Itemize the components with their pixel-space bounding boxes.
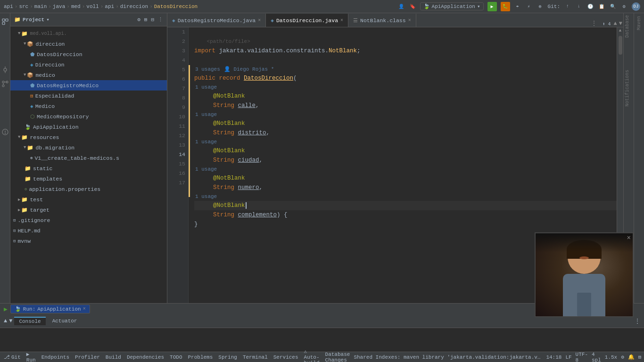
settings-icon[interactable]: ⚙ — [620, 3, 628, 10]
layout-icon[interactable]: ⊞ — [638, 354, 642, 360]
close-tab-icon[interactable]: × — [408, 18, 411, 23]
issues-icon[interactable] — [0, 127, 10, 137]
scroll-thumb[interactable] — [619, 36, 622, 55]
services-status[interactable]: Services — [273, 354, 298, 360]
todo-status[interactable]: TODO — [170, 354, 182, 360]
tree-item-datosregistromedico[interactable]: ⬟ DatosRegistroMedico — [10, 80, 167, 90]
tree-item-gitignore[interactable]: ⊡ .gitignore — [10, 215, 167, 225]
tree-item-direccionclass[interactable]: ◈ Direccion — [10, 59, 167, 70]
up-arrow-btn[interactable]: ▲ — [4, 318, 7, 324]
tree-item-datosdireccion[interactable]: ⬟ DatosDireccion — [10, 49, 167, 59]
tree-item-medicosrc[interactable]: ▼ 📁 med.voll.api. — [10, 28, 167, 39]
project-icon[interactable] — [0, 17, 10, 26]
settings-icon[interactable]: ⚙ — [137, 16, 140, 23]
coverage-icon[interactable]: ☂ — [514, 3, 521, 10]
endpoints-status[interactable]: Endpoints — [41, 354, 69, 360]
console-tab-actuator[interactable]: Actuator — [48, 317, 82, 325]
tree-item-templates[interactable]: 📁 templates — [10, 173, 167, 184]
collapse-icon[interactable]: ⊟ — [151, 16, 154, 23]
profiler-icon[interactable]: ⚡ — [525, 3, 533, 10]
more-icon[interactable]: ⋮ — [635, 318, 640, 325]
breadcrumb-med[interactable]: med — [71, 4, 81, 9]
bookmark-icon[interactable]: 🔖 — [409, 3, 416, 10]
top-bar-actions: 👤 🔖 🍃 ApiApplication ▾ ▶ 🐛 ☂ ⚡ ⊕ Git: ↑ … — [397, 2, 640, 11]
breadcrumb-api2[interactable]: api — [105, 4, 114, 9]
breadcrumb-main[interactable]: main — [34, 4, 47, 9]
tree-item-helpmd[interactable]: ⊡ HELP.md — [10, 225, 167, 236]
tree-item-medicoclass[interactable]: ◈ Medico — [10, 101, 167, 111]
db-changes-status[interactable]: Database Changes — [325, 352, 350, 362]
tree-item-resources[interactable]: ▼ 📁 resources — [10, 132, 167, 142]
console-area: ▲ ▼ Console Actuator ⋮ — [0, 315, 644, 352]
nav-down-icon[interactable]: ▼ — [618, 20, 623, 27]
scroll-up-icon[interactable]: ▲ — [619, 28, 621, 33]
git-pull-icon[interactable]: ↓ — [575, 3, 583, 10]
tree-item-dbmigration[interactable]: ▼ 📁 db.migration — [10, 142, 167, 153]
close-tab-icon[interactable]: × — [340, 18, 343, 23]
tab-notblank[interactable]: ☰ NotBlank.class × — [348, 14, 416, 27]
terminal-status[interactable]: Terminal — [243, 354, 268, 360]
more-options-icon[interactable]: ⋮ — [158, 16, 163, 23]
build-status[interactable]: Build — [106, 354, 121, 360]
svg-point-6 — [2, 81, 4, 83]
breadcrumb-class[interactable]: DatosDireccion — [154, 4, 198, 9]
profiler-status[interactable]: Profiler — [75, 354, 100, 360]
tab-datosregistromedico[interactable]: ◈ DatosRegistroMedico.java × — [167, 14, 266, 27]
console-tab-console[interactable]: Console — [14, 317, 45, 325]
problems-status[interactable]: Problems — [188, 354, 213, 360]
settings-status-icon[interactable]: ⚙ — [621, 354, 624, 360]
breadcrumb-voll[interactable]: voll — [86, 4, 99, 9]
spring-status[interactable]: Spring — [218, 354, 237, 360]
run-button[interactable]: ▶ — [487, 2, 497, 11]
tree-item-appprops[interactable]: ⊙ application.properties — [10, 184, 167, 194]
tree-item-label: templates — [33, 176, 62, 182]
more-tabs-icon[interactable]: ⋮ — [587, 20, 601, 27]
git-annotate-icon[interactable]: 📋 — [598, 3, 605, 10]
tree-item-medico-folder[interactable]: ▼ 📦 medico — [10, 70, 167, 80]
tree-item-apiapplication[interactable]: 🍃 ApiApplication — [10, 122, 167, 132]
commit-icon[interactable] — [0, 65, 10, 74]
right-sidebar-notifications[interactable]: Notifications — [624, 68, 634, 108]
close-run-icon[interactable]: × — [83, 306, 86, 312]
run-configuration[interactable]: 🍃 ApiApplication ▾ — [420, 2, 484, 10]
close-tab-icon[interactable]: × — [258, 18, 261, 23]
tree-item-v1sql[interactable]: ⊛ V1__create_table-medicos.s — [10, 153, 167, 163]
tab-label: DatosRegistroMedico.java — [178, 17, 256, 24]
right-sidebar-database[interactable]: Database — [624, 13, 634, 40]
breadcrumb-direccion[interactable]: direccion — [120, 4, 148, 9]
nav-up-icon[interactable]: ▲ — [613, 20, 618, 27]
run-status[interactable]: ▶ Run — [26, 351, 36, 362]
tree-item-mvnw[interactable]: ⊡ mvnw — [10, 236, 167, 246]
expand-arrow: ▼ — [18, 135, 20, 140]
dependencies-status[interactable]: Dependencies — [127, 354, 164, 360]
breadcrumb-java[interactable]: java — [53, 4, 65, 9]
tree-item-label: V1__create_table-medicos.s — [34, 155, 119, 161]
maven-label[interactable]: Maven — [636, 16, 642, 30]
tree-item-especialidad[interactable]: ⊞ Especialidad — [10, 90, 167, 101]
tree-item-medicorepository[interactable]: ⬡ MedicoRepository — [10, 111, 167, 122]
notification-icon[interactable]: 🔔 — [628, 354, 635, 360]
user-icon[interactable]: 👤 — [397, 3, 405, 10]
more-icon[interactable]: ⊕ — [537, 3, 544, 10]
git-history-icon[interactable]: 🕐 — [586, 3, 594, 10]
git-status-label: Git — [11, 354, 21, 360]
breadcrumb-api[interactable]: api — [4, 4, 13, 9]
pull-requests-icon[interactable] — [0, 79, 10, 89]
tab-datosdireccion[interactable]: ◈ DatosDireccion.java × — [266, 14, 348, 27]
auto-build-status[interactable]: ⚠ Auto-build — [304, 348, 320, 362]
expand-icon[interactable]: ⊞ — [144, 16, 148, 23]
avatar-icon[interactable]: DJ — [632, 2, 640, 11]
git-push-icon[interactable]: ↑ — [564, 3, 571, 10]
run-tab-apiapplication[interactable]: 🍃 Run: ApiApplication × — [10, 304, 90, 313]
tree-item-direccion[interactable]: ▼ 📦 direccion — [10, 39, 167, 49]
down-arrow-btn[interactable]: ▼ — [9, 318, 12, 324]
breadcrumb-src[interactable]: src — [19, 4, 28, 9]
git-status[interactable]: ⎇ Git — [4, 354, 21, 360]
webcam-close-icon[interactable]: × — [627, 234, 631, 242]
tree-item-test[interactable]: ▶ 📁 test — [10, 194, 167, 205]
tree-item-target[interactable]: ▶ 📁 target — [10, 205, 167, 215]
debug-button[interactable]: 🐛 — [501, 2, 510, 11]
tree-item-label: DatosRegistroMedico — [37, 82, 99, 89]
tree-item-static[interactable]: 📁 static — [10, 163, 167, 173]
search-icon[interactable]: 🔍 — [609, 3, 617, 10]
